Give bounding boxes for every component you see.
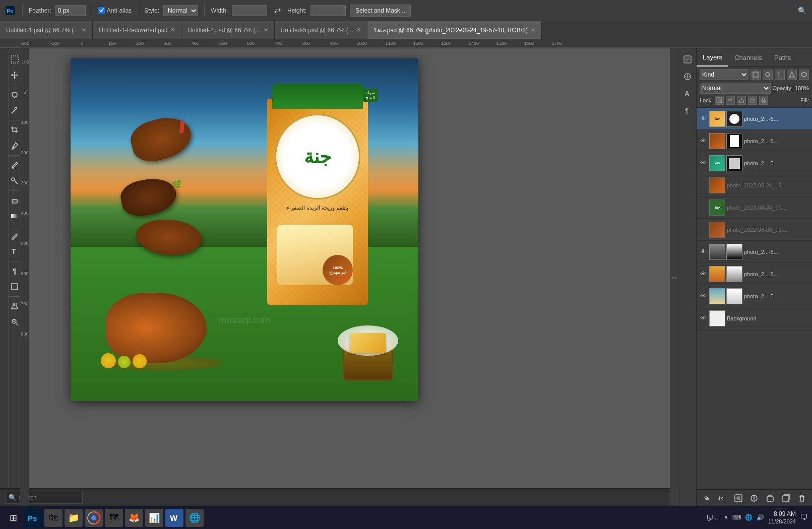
clone-stamp-icon[interactable] xyxy=(7,174,22,188)
tab-channels[interactable]: Channels xyxy=(728,48,768,67)
tab-untitled1[interactable]: Untitled-1.psd @ 66.7% (... ✕ xyxy=(0,21,93,39)
layer-row-4[interactable]: photo_2022-08-24_19-... xyxy=(697,174,812,196)
adjustment-icon[interactable] xyxy=(748,493,760,504)
tab-close-5[interactable]: ✕ xyxy=(531,27,535,33)
layer-thumb-mask-3 xyxy=(726,155,742,171)
svg-point-68 xyxy=(91,515,96,520)
eraser-icon[interactable] xyxy=(7,193,22,208)
layer-row-1[interactable]: 👁 جنة photo_2...-5... xyxy=(697,108,812,130)
type-tool-icon[interactable]: T xyxy=(7,244,22,258)
tab-close-2[interactable]: ✕ xyxy=(170,27,175,33)
tab-close-4[interactable]: ✕ xyxy=(356,27,361,33)
shape-tool-icon[interactable] xyxy=(7,280,22,294)
taskbar-browser2-icon[interactable]: 🌐 xyxy=(185,509,204,527)
brush-tool-icon[interactable] xyxy=(7,158,22,172)
swap-icon[interactable]: ⇄ xyxy=(271,5,283,17)
selection-tool-icon[interactable] xyxy=(7,52,22,67)
lasso-tool-icon[interactable] xyxy=(7,88,22,102)
taskbar-chrome-icon[interactable] xyxy=(85,509,103,527)
hand-tool-icon[interactable] xyxy=(7,299,22,313)
tab-untitled2[interactable]: Untitled-2.psd @ 66.7% (... ✕ xyxy=(181,21,274,39)
lock-pixels-icon[interactable] xyxy=(715,96,724,105)
layer-name-3: photo_2...-5... xyxy=(744,160,810,166)
style-select[interactable]: Normal xyxy=(163,5,198,16)
zoom-tool-icon[interactable] xyxy=(7,315,22,329)
mask-icon[interactable] xyxy=(733,493,744,504)
taskbar-notification-icon[interactable]: 🗨 xyxy=(800,513,808,522)
layer-row-7[interactable]: 👁 photo_2...-5... xyxy=(697,241,812,263)
layer-visibility-8[interactable]: 👁 xyxy=(699,270,708,278)
layer-visibility-2[interactable]: 👁 xyxy=(699,137,708,145)
shape-filter-icon[interactable] xyxy=(787,70,797,80)
smart-filter-icon[interactable] xyxy=(799,70,809,80)
adjustments-icon[interactable] xyxy=(680,70,695,84)
pixel-filter-icon[interactable] xyxy=(751,70,761,80)
panel-tabs: Layers Channels Paths xyxy=(697,48,812,67)
collapse-button[interactable]: ‹› xyxy=(670,48,678,506)
tab-untitled1recovered[interactable]: Untitled-1-Recovered.psd ✕ xyxy=(93,21,181,39)
height-input[interactable] xyxy=(310,5,346,16)
taskbar-network-icon[interactable]: 🌐 xyxy=(745,514,753,521)
layer-row-3[interactable]: 👁 جنة photo_2...-5... xyxy=(697,152,812,174)
left-toolbar-sep-4 xyxy=(9,190,21,191)
move-tool-icon[interactable] xyxy=(7,68,22,82)
properties-icon[interactable] xyxy=(680,52,695,67)
select-mask-button[interactable]: Select and Mask... xyxy=(350,5,411,17)
layer-row-8[interactable]: 👁 photo_2...-5... xyxy=(697,263,812,285)
layer-visibility-7[interactable]: 👁 xyxy=(699,248,708,255)
crop-tool-icon[interactable] xyxy=(7,123,22,137)
tab-layers[interactable]: Layers xyxy=(697,48,728,67)
lock-all-icon[interactable] xyxy=(759,96,768,105)
lock-position-icon[interactable] xyxy=(737,96,746,105)
lock-image-icon[interactable] xyxy=(726,96,735,105)
fx-icon[interactable]: fx xyxy=(717,493,728,504)
tab-close-3[interactable]: ✕ xyxy=(264,27,268,33)
kind-select[interactable]: Kind xyxy=(700,69,748,80)
layer-row-6[interactable]: photo_2022-08-24_19-... xyxy=(697,219,812,241)
tab-close-1[interactable]: ✕ xyxy=(82,27,86,33)
blend-mode-select[interactable]: Normal xyxy=(700,83,771,94)
layer-visibility-9[interactable]: 👁 xyxy=(699,292,708,300)
tab-paths[interactable]: Paths xyxy=(768,48,797,67)
tab-jannah[interactable]: جنة1.psd @ 66.7% (photo_2022-08-24_19-57… xyxy=(367,21,542,39)
magic-wand-icon[interactable] xyxy=(7,103,22,117)
taskbar-store-icon[interactable]: 🛍 xyxy=(44,509,63,527)
svg-text:100: 100 xyxy=(108,41,116,46)
search-icon[interactable]: 🔍 xyxy=(796,5,808,17)
taskbar-ps-icon[interactable]: Ps xyxy=(24,509,42,527)
delete-layer-icon[interactable] xyxy=(796,493,807,504)
tab-untitled5[interactable]: Untitled-5.psd @ 66.7% (... ✕ xyxy=(275,21,367,39)
type-filter-icon[interactable]: T xyxy=(775,70,785,80)
paragraph2-icon[interactable]: ¶ xyxy=(680,104,695,118)
type-icon[interactable]: A xyxy=(680,87,695,101)
gradient-tool-icon[interactable] xyxy=(7,209,22,223)
taskbar-maps-icon[interactable]: 🗺 xyxy=(105,509,123,527)
feather-input[interactable] xyxy=(55,5,86,16)
layer-row-2[interactable]: 👁 photo_2...-5... xyxy=(697,130,812,152)
pen-tool-icon[interactable] xyxy=(7,229,22,243)
layer-visibility-3[interactable]: 👁 xyxy=(699,159,708,167)
link-layers-icon[interactable] xyxy=(701,493,712,504)
adjust-filter-icon[interactable] xyxy=(763,70,773,80)
width-input[interactable] xyxy=(232,5,267,16)
layer-visibility-background[interactable]: 👁 xyxy=(699,314,708,322)
taskbar-windows-icon[interactable]: ⊞ xyxy=(4,509,22,527)
taskbar-firefox-icon[interactable]: 🦊 xyxy=(125,509,143,527)
taskbar-presentation-icon[interactable]: 📊 xyxy=(145,509,163,527)
antialias-checkbox[interactable] xyxy=(98,7,105,14)
paragraph-icon[interactable]: ¶ xyxy=(7,264,22,278)
canvas-area[interactable]: -100 0 100 200 300 400 500 600 700 800 xyxy=(20,48,670,506)
left-toolbar-sep-7 xyxy=(9,296,21,297)
layer-visibility-1[interactable]: 👁 xyxy=(699,115,708,122)
taskbar-up-arrow[interactable]: ∧ xyxy=(724,514,728,521)
layer-row-9[interactable]: 👁 photo_2...-5... xyxy=(697,285,812,307)
group-icon[interactable] xyxy=(765,493,776,504)
taskbar-volume-icon[interactable]: 🔊 xyxy=(757,514,764,521)
eyedropper-icon[interactable] xyxy=(7,139,22,153)
taskbar-explorer-icon[interactable]: 📁 xyxy=(65,509,83,527)
lock-artboard-icon[interactable] xyxy=(748,96,757,105)
layer-row-background[interactable]: 👁 Background xyxy=(697,307,812,329)
layer-row-5[interactable]: جنة photo_2022-08-24_19-... xyxy=(697,196,812,219)
taskbar-word-icon[interactable]: W xyxy=(165,509,183,527)
new-layer-icon[interactable] xyxy=(781,493,792,504)
